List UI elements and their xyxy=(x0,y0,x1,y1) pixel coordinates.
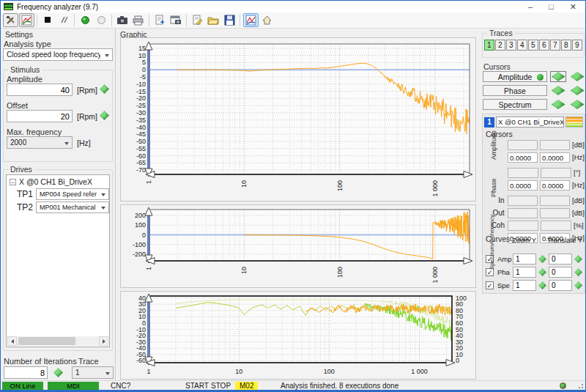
svg-text:-10: -10 xyxy=(136,326,146,333)
pha-zoom-input[interactable] xyxy=(513,267,536,278)
stimulus-label: Stimulus xyxy=(8,65,42,74)
scrollbar-thumb[interactable] xyxy=(18,337,75,345)
chevron-down-icon xyxy=(101,207,105,210)
info-led-icon xyxy=(537,74,544,81)
iterations-input[interactable] xyxy=(4,366,48,379)
tp1-select[interactable]: MP004 Speed reference xyxy=(36,188,109,200)
pha-translate-spinner-icon[interactable] xyxy=(574,268,582,276)
led-on-button[interactable] xyxy=(78,13,93,27)
spe-zoom-spinner-icon[interactable] xyxy=(538,281,546,289)
trace-button-5[interactable]: 5 xyxy=(528,40,538,51)
svg-text:10: 10 xyxy=(240,267,248,274)
tree-collapse-icon[interactable]: – xyxy=(10,179,16,185)
analysis-type-select[interactable]: Closed speed loop frequency analysis xyxy=(3,48,113,61)
trace-button-7[interactable]: 7 xyxy=(550,40,560,51)
analyzer-chart-button[interactable] xyxy=(19,13,34,27)
settings-title: Settings xyxy=(5,30,33,39)
svg-text:10: 10 xyxy=(138,52,146,59)
svg-text:-10: -10 xyxy=(136,81,146,88)
phase-cursor-right-button[interactable] xyxy=(569,85,585,96)
offset-input[interactable] xyxy=(7,110,73,122)
offset-spinner-icon[interactable] xyxy=(100,111,109,120)
trace-button-1[interactable]: 1 xyxy=(484,40,494,51)
svg-text:1 000: 1 000 xyxy=(431,180,439,197)
spectrum-cursor-row: Spectrum xyxy=(483,99,585,110)
drives-group: Drives – X @0 CH1 Bi_DriveX TP1 MP004 Sp… xyxy=(3,169,113,351)
connection-led-icon xyxy=(560,382,566,389)
tools-icon xyxy=(5,15,16,26)
amp-zoom-input[interactable] xyxy=(513,254,536,265)
capture-window-button[interactable] xyxy=(168,13,184,27)
analysis-type-label: Analysis type xyxy=(4,40,51,48)
trace-button-9[interactable]: 9 xyxy=(572,40,582,51)
spectrum-cursor-right-button[interactable] xyxy=(569,99,585,110)
report-button[interactable] xyxy=(190,13,205,27)
tools-button[interactable] xyxy=(3,13,18,27)
hz-unit: [Hz] xyxy=(572,181,585,189)
phase-cursor-button[interactable]: Phase xyxy=(483,85,547,96)
amplitude-input[interactable] xyxy=(7,84,73,96)
pha-zoom-spinner-icon[interactable] xyxy=(538,268,546,276)
amp-translate-input[interactable] xyxy=(549,254,572,265)
trace-button-8[interactable]: 8 xyxy=(561,40,571,51)
camera-button[interactable] xyxy=(115,13,130,27)
iterations-spinner-icon[interactable] xyxy=(53,368,63,377)
trace-memory-select[interactable]: 1 xyxy=(72,366,114,379)
svg-text:200: 200 xyxy=(135,212,146,219)
amplitude-chart[interactable]: -70-65-60-55-50-45-40-35-30-25-20-15-10-… xyxy=(120,37,476,201)
svg-text:-30: -30 xyxy=(136,109,146,117)
toolbar-separator xyxy=(149,15,149,26)
pha-translate-input[interactable] xyxy=(549,267,572,278)
svg-text:0: 0 xyxy=(142,319,146,327)
trace-button-4[interactable]: 4 xyxy=(517,40,527,51)
save-button[interactable] xyxy=(222,13,237,27)
spectrum-cursor-button[interactable]: Spectrum xyxy=(483,99,547,110)
stop-button[interactable] xyxy=(40,13,56,27)
led-off-button[interactable] xyxy=(94,13,109,27)
close-button[interactable]: ✕ xyxy=(570,1,576,12)
skip-button[interactable] xyxy=(56,13,72,27)
spe-translate-spinner-icon[interactable] xyxy=(574,281,582,289)
scroll-left-icon[interactable] xyxy=(7,336,17,346)
amplitude-cursor-right-button[interactable] xyxy=(569,71,585,82)
trace-button-2[interactable]: 2 xyxy=(495,40,505,51)
spectrum-in-row: In [dB] xyxy=(508,195,585,206)
trace-button-3[interactable]: 3 xyxy=(506,40,516,51)
spe-translate-input[interactable] xyxy=(549,280,572,291)
phase-deg-row: [°] xyxy=(508,167,585,178)
drive-node[interactable]: – X @0 CH1 Bi_DriveX xyxy=(7,175,109,187)
resize-grip[interactable] xyxy=(577,384,583,390)
amplitude-spinner-icon[interactable] xyxy=(100,84,109,94)
tp2-select[interactable]: MP001 Mechanical motor sp xyxy=(36,201,109,213)
scroll-right-icon[interactable] xyxy=(99,336,108,346)
svg-text:-65: -65 xyxy=(136,159,146,166)
offset-label: Offset xyxy=(7,101,28,110)
trace-name-field[interactable]: X @0 CH1 Bi_DriveX xyxy=(496,117,564,127)
amp-translate-spinner-icon[interactable] xyxy=(574,255,582,263)
spe-zoom-input[interactable] xyxy=(513,280,536,291)
window-bottom-border xyxy=(1,390,585,391)
trace-colors-icon[interactable] xyxy=(565,117,583,127)
export-document-button[interactable] xyxy=(152,13,168,27)
spe-checkbox[interactable]: ✓ xyxy=(486,281,494,289)
home-button[interactable] xyxy=(259,13,275,27)
chart-view-button[interactable] xyxy=(243,13,259,27)
open-folder-button[interactable] xyxy=(206,13,221,27)
maximize-button[interactable]: □ xyxy=(549,1,554,12)
minimize-button[interactable]: – xyxy=(528,1,533,12)
svg-text:100: 100 xyxy=(336,180,344,191)
phase-cursor-left-button[interactable] xyxy=(550,85,566,96)
spectrum-cursor-left-button[interactable] xyxy=(550,99,566,110)
phase-chart[interactable]: -200-10001002001101001 000 xyxy=(120,204,476,288)
amplitude-cursor-left-button[interactable] xyxy=(550,71,566,82)
spectrum-chart[interactable]: -60-50-40-30-20-100102030400102030405060… xyxy=(120,291,476,380)
status-bar: ON Line MDI CNC? START STOP M02 Analysis… xyxy=(1,380,585,390)
drives-horizontal-scrollbar[interactable] xyxy=(7,336,108,346)
printer-button[interactable] xyxy=(131,13,146,27)
svg-text:5: 5 xyxy=(142,59,146,66)
amplitude-cursor-button[interactable]: Amplitude xyxy=(483,71,547,82)
max-frequency-select[interactable]: 2000 xyxy=(7,136,73,149)
amp-zoom-spinner-icon[interactable] xyxy=(538,255,546,263)
trace-button-6[interactable]: 6 xyxy=(539,40,549,51)
in-cursor1 xyxy=(508,196,538,206)
